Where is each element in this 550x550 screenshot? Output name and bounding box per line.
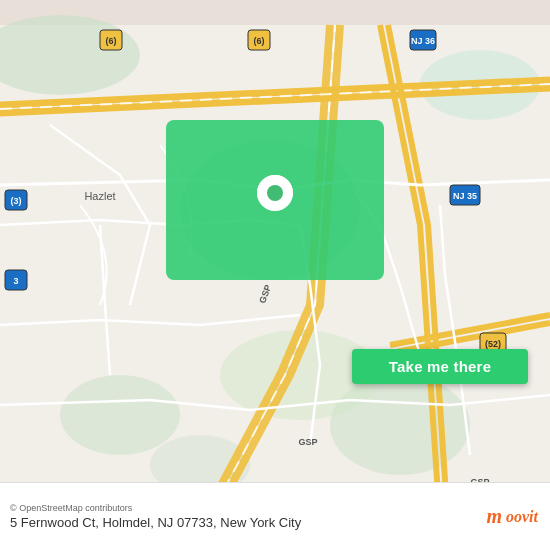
osm-credit: © OpenStreetMap contributors: [10, 503, 301, 513]
svg-text:GSP: GSP: [298, 437, 317, 447]
svg-text:3: 3: [13, 276, 18, 286]
svg-text:(6): (6): [254, 36, 265, 46]
svg-text:NJ 35: NJ 35: [453, 191, 477, 201]
svg-text:(52): (52): [485, 339, 501, 349]
address-section: © OpenStreetMap contributors 5 Fernwood …: [10, 503, 301, 530]
svg-point-4: [60, 375, 180, 455]
moovit-text: oovit: [506, 508, 538, 526]
address-text: 5 Fernwood Ct, Holmdel, NJ 07733, New Yo…: [10, 515, 301, 530]
svg-text:Hazlet: Hazlet: [84, 190, 115, 202]
moovit-logo: moovit: [486, 505, 538, 528]
map-card: Take me there: [166, 120, 384, 280]
svg-text:(3): (3): [11, 196, 22, 206]
svg-text:(6): (6): [106, 36, 117, 46]
svg-text:NJ 36: NJ 36: [411, 36, 435, 46]
location-pin-icon: [255, 175, 295, 225]
svg-point-28: [267, 185, 283, 201]
moovit-m-letter: m: [486, 505, 502, 528]
take-me-there-label: Take me there: [389, 358, 491, 375]
bottom-bar: © OpenStreetMap contributors 5 Fernwood …: [0, 482, 550, 550]
map-container: (6) (6) NJ 36 (3) 3 NJ 35 GSP GSP GSP (5…: [0, 0, 550, 550]
take-me-there-button[interactable]: Take me there: [352, 349, 528, 384]
